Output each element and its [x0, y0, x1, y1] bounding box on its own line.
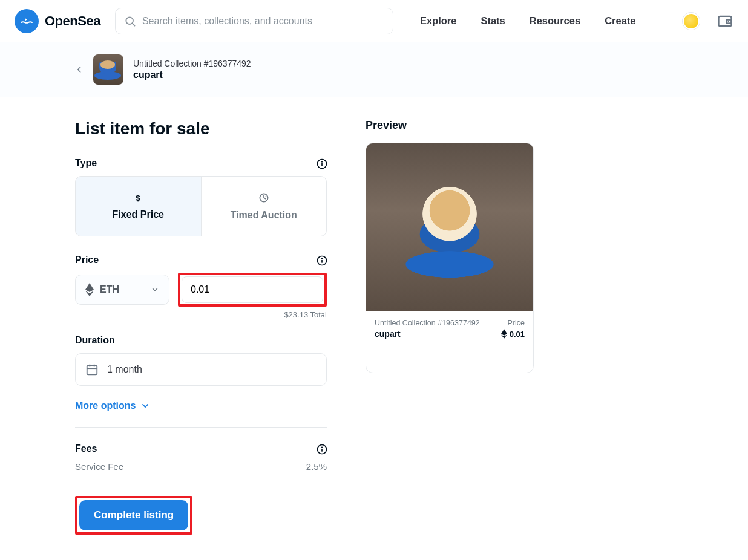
logo[interactable]: OpenSea: [15, 9, 100, 33]
more-options-toggle[interactable]: More options: [75, 400, 327, 411]
search-bar[interactable]: [115, 8, 393, 34]
breadcrumb-item-name: cupart: [133, 70, 251, 80]
fees-label: Fees: [75, 443, 97, 454]
preview-heading: Preview: [366, 119, 673, 132]
type-timed-auction[interactable]: Timed Auction: [201, 177, 327, 236]
service-fee-label: Service Fee: [75, 461, 123, 472]
search-input[interactable]: [142, 16, 384, 27]
eth-icon: [85, 283, 94, 296]
duration-value: 1 month: [107, 364, 142, 375]
svg-point-6: [321, 161, 323, 163]
svg-rect-19: [321, 449, 323, 452]
preview-collection: Untitled Collection #196377492: [375, 319, 480, 327]
complete-listing-button[interactable]: Complete listing: [79, 500, 188, 530]
wallet-icon[interactable]: [717, 13, 733, 30]
price-amount-input[interactable]: [182, 276, 323, 303]
item-thumbnail: [93, 54, 123, 85]
divider: [75, 427, 327, 428]
search-icon: [124, 15, 136, 27]
primary-nav: Explore Stats Resources Create: [420, 15, 636, 27]
type-timed-label: Timed Auction: [231, 210, 297, 221]
svg-rect-13: [87, 366, 97, 375]
top-nav: OpenSea Explore Stats Resources Create: [0, 0, 748, 42]
page-title: List item for sale: [75, 119, 327, 138]
fees-info-icon[interactable]: [316, 443, 327, 454]
dollar-icon: $: [133, 192, 143, 203]
chevron-down-icon: [140, 401, 150, 411]
nav-explore[interactable]: Explore: [420, 15, 457, 27]
type-info-icon[interactable]: [316, 158, 327, 169]
duration-select[interactable]: 1 month: [75, 353, 327, 386]
svg-rect-2: [719, 16, 732, 25]
price-label: Price: [75, 255, 99, 265]
breadcrumb-bar: Untitled Collection #196377492 cupart: [0, 42, 748, 97]
chevron-down-icon: [151, 285, 159, 294]
listing-form: List item for sale Type $ Fixed Price Ti…: [75, 119, 327, 535]
nav-resources[interactable]: Resources: [530, 15, 580, 27]
more-options-label: More options: [75, 400, 136, 411]
clock-icon: [258, 192, 270, 204]
brand-name: OpenSea: [45, 13, 100, 29]
opensea-logo-icon: [15, 9, 39, 33]
calendar-icon: [85, 363, 99, 376]
type-toggle: $ Fixed Price Timed Auction: [75, 176, 327, 236]
preview-price-value: 0.01: [510, 330, 525, 339]
preview-panel: Preview Untitled Collection #196377492 c…: [366, 119, 673, 535]
duration-label: Duration: [75, 335, 115, 346]
preview-footer: [366, 350, 533, 373]
svg-point-4: [728, 21, 729, 22]
nav-stats[interactable]: Stats: [481, 15, 505, 27]
preview-card[interactable]: Untitled Collection #196377492 cupart Pr…: [366, 143, 534, 373]
svg-rect-12: [321, 260, 323, 263]
nav-create[interactable]: Create: [605, 15, 635, 27]
type-fixed-label: Fixed Price: [113, 209, 164, 220]
eth-icon: [501, 329, 507, 339]
price-info-icon[interactable]: [316, 255, 327, 265]
header-right: [683, 13, 733, 30]
highlight-complete-button: Complete listing: [75, 496, 192, 535]
type-fixed-price[interactable]: $ Fixed Price: [76, 177, 201, 236]
currency-select[interactable]: ETH: [75, 275, 169, 305]
currency-label: ETH: [100, 284, 119, 295]
breadcrumb: Untitled Collection #196377492 cupart: [133, 59, 251, 80]
type-label: Type: [75, 158, 97, 169]
svg-text:$: $: [136, 194, 140, 203]
account-avatar[interactable]: [683, 13, 700, 30]
back-button[interactable]: [75, 65, 84, 74]
svg-rect-7: [321, 163, 323, 166]
service-fee-value: 2.5%: [306, 461, 327, 472]
preview-item-name: cupart: [375, 329, 480, 339]
preview-price-label: Price: [508, 319, 525, 327]
search-container: [115, 8, 393, 34]
highlight-price-input: [178, 273, 327, 307]
preview-image: [366, 143, 533, 311]
svg-point-11: [321, 258, 323, 259]
svg-line-1: [133, 23, 135, 25]
svg-point-18: [321, 447, 323, 448]
breadcrumb-collection[interactable]: Untitled Collection #196377492: [133, 59, 251, 68]
price-total: $23.13 Total: [75, 310, 327, 319]
